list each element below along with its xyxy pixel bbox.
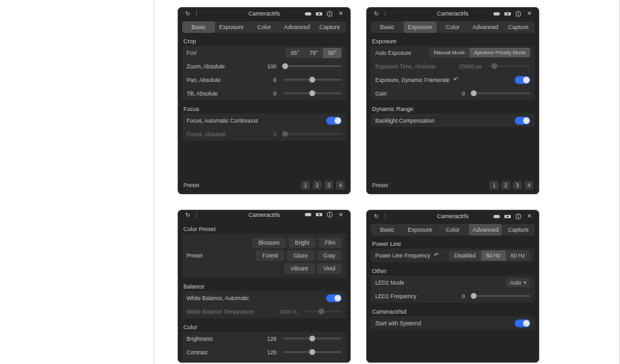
- gamepad-icon[interactable]: [304, 10, 312, 18]
- mode-aperture[interactable]: Aperture Priority Mode: [470, 48, 530, 57]
- zoom-slider[interactable]: [284, 65, 342, 67]
- cp-forest[interactable]: Forest: [256, 250, 284, 261]
- tab-row: Basic Exposure Color Advanced Capture: [371, 21, 535, 33]
- close-icon[interactable]: ✕: [525, 10, 533, 18]
- menu-icon[interactable]: ⋮: [192, 10, 201, 18]
- tab-advanced[interactable]: Advanced: [469, 21, 502, 33]
- tab-color[interactable]: Color: [437, 21, 470, 33]
- wb-auto-label: White Balance, Automatic: [187, 295, 249, 301]
- bright-slider[interactable]: [284, 338, 342, 339]
- card-dynrange: Backlight Compensation: [371, 114, 535, 127]
- preset-1[interactable]: 1: [490, 181, 499, 190]
- preset-3[interactable]: 3: [513, 181, 522, 190]
- info-icon[interactable]: [514, 212, 522, 221]
- wb-temp-value: 4000 K: [280, 308, 297, 315]
- info-icon[interactable]: [326, 210, 334, 219]
- preset-1[interactable]: 1: [301, 181, 310, 190]
- focus-auto-toggle[interactable]: [326, 117, 342, 125]
- mode-manual[interactable]: Manual Mode: [429, 48, 469, 57]
- plf-50[interactable]: 50 Hz: [481, 250, 506, 261]
- tab-advanced[interactable]: Advanced: [280, 21, 313, 33]
- tab-color[interactable]: Color: [437, 224, 470, 236]
- undo-icon[interactable]: ↶: [434, 252, 442, 259]
- gain-slider[interactable]: [472, 92, 530, 94]
- plf-disabled[interactable]: Disabled: [449, 250, 480, 261]
- card-crop: FoV 65° 78° 90° Zoom, Absolute 100 Pan, …: [182, 46, 346, 100]
- camera-icon[interactable]: [315, 10, 323, 18]
- cp-vibrant[interactable]: Vibrant: [284, 263, 315, 274]
- contrast-slider[interactable]: [284, 351, 342, 353]
- ledfreq-label: LED1 Frequency: [375, 293, 417, 299]
- menu-icon[interactable]: ⋮: [381, 212, 389, 221]
- reload-icon[interactable]: ↻: [372, 10, 380, 18]
- backlight-toggle[interactable]: [515, 117, 530, 125]
- tab-capture[interactable]: Capture: [313, 21, 346, 33]
- cp-bright[interactable]: Bright: [289, 238, 316, 248]
- info-icon[interactable]: [514, 10, 522, 18]
- cp-vivid[interactable]: Vivid: [317, 263, 342, 274]
- tab-basic[interactable]: Basic: [182, 21, 215, 33]
- card-color: Brightness 128 Contrast 128 Saturation 1…: [182, 332, 346, 363]
- reload-icon[interactable]: ↻: [372, 212, 380, 221]
- camera-icon[interactable]: [503, 10, 512, 18]
- info-icon[interactable]: [326, 10, 334, 18]
- pan-slider[interactable]: [284, 79, 342, 81]
- menu-icon[interactable]: ⋮: [381, 10, 389, 18]
- ledfreq-slider[interactable]: [472, 295, 530, 297]
- exp-time-slider: [489, 65, 530, 67]
- tab-exposure[interactable]: Exposure: [404, 21, 437, 33]
- preset-4[interactable]: 4: [336, 181, 345, 190]
- preset-4[interactable]: 4: [524, 181, 533, 190]
- tilt-label: Tilt, Absolute: [187, 90, 218, 97]
- camera-icon[interactable]: [315, 210, 323, 219]
- svg-rect-6: [493, 12, 500, 15]
- exp-dyn-toggle[interactable]: [515, 76, 530, 84]
- wb-auto-toggle[interactable]: [326, 294, 342, 302]
- tilt-slider[interactable]: [284, 92, 342, 94]
- close-icon[interactable]: ✕: [525, 212, 533, 221]
- preset-2[interactable]: 2: [313, 181, 322, 190]
- plf-60[interactable]: 60 Hz: [506, 250, 530, 261]
- reload-icon[interactable]: ↻: [183, 210, 192, 219]
- sat-value: 128: [267, 363, 276, 363]
- tilt-value: 0: [273, 90, 276, 97]
- tab-capture[interactable]: Capture: [502, 224, 535, 236]
- tab-color[interactable]: Color: [248, 21, 281, 33]
- ledfreq-value: 0: [462, 293, 465, 299]
- titlebar: ↻ ⋮ Cameractrls ✕: [178, 210, 350, 219]
- fov-65[interactable]: 65°: [285, 48, 304, 58]
- close-icon[interactable]: ✕: [336, 10, 345, 18]
- cp-glaze[interactable]: Glaze: [287, 250, 314, 261]
- cp-blossom[interactable]: Blossom: [252, 238, 286, 248]
- preset-3[interactable]: 3: [324, 181, 333, 190]
- svg-rect-17: [329, 213, 330, 214]
- card-focus: Focus, Automatic Continuous Focus, Absol…: [182, 114, 346, 141]
- gamepad-icon[interactable]: [492, 212, 501, 221]
- camera-icon[interactable]: [503, 212, 512, 221]
- section-exposure: Exposure: [367, 35, 539, 46]
- app-title: Cameractrls: [367, 10, 539, 17]
- menu-icon[interactable]: ⋮: [192, 210, 201, 219]
- tab-basic[interactable]: Basic: [371, 224, 404, 236]
- ledmode-dropdown[interactable]: Auto ▾: [506, 278, 531, 287]
- cp-gray[interactable]: Gray: [317, 250, 342, 261]
- preset-2[interactable]: 2: [501, 181, 510, 190]
- undo-icon[interactable]: ↶: [453, 76, 461, 84]
- exp-dyn-label: Exposure, Dynamic Framerate: [375, 77, 450, 83]
- fov-90[interactable]: 90°: [323, 48, 342, 58]
- ledmode-value: Auto: [510, 279, 522, 286]
- svg-rect-10: [518, 13, 519, 15]
- tab-advanced[interactable]: Advanced: [469, 224, 502, 236]
- fov-78[interactable]: 78°: [304, 48, 323, 58]
- tab-capture[interactable]: Capture: [502, 21, 535, 33]
- tab-exposure[interactable]: Exposure: [404, 224, 437, 236]
- gamepad-icon[interactable]: [304, 210, 312, 219]
- tab-basic[interactable]: Basic: [371, 21, 404, 33]
- tab-exposure[interactable]: Exposure: [215, 21, 248, 33]
- cp-film[interactable]: Film: [318, 238, 342, 248]
- close-icon[interactable]: ✕: [336, 210, 345, 219]
- systemd-toggle[interactable]: [515, 319, 530, 327]
- auto-exp-label: Auto Exposure: [375, 50, 411, 56]
- reload-icon[interactable]: ↻: [183, 10, 192, 18]
- gamepad-icon[interactable]: [492, 10, 501, 18]
